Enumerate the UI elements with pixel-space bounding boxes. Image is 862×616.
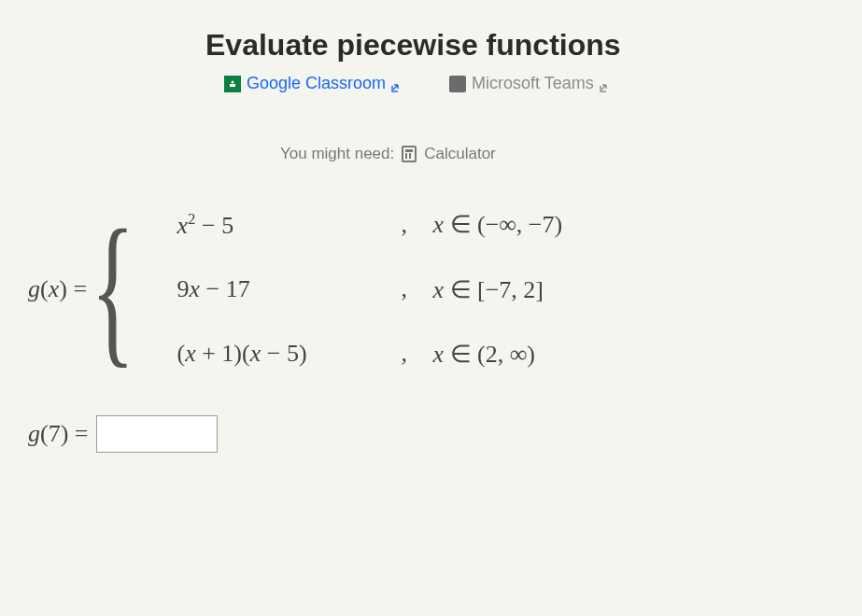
- curly-brace: {: [91, 214, 135, 365]
- hint-row: You might need: Calculator: [280, 145, 843, 163]
- case-cond: x ∈ [−7, 2]: [419, 275, 562, 304]
- external-link-icon: [600, 78, 611, 90]
- case-expr: x2 − 5: [177, 210, 401, 240]
- hint-tool: Calculator: [424, 145, 496, 163]
- comma: ,: [401, 275, 419, 303]
- microsoft-teams-icon: [449, 76, 466, 92]
- external-link-icon: [391, 78, 403, 90]
- svg-rect-1: [230, 84, 235, 87]
- microsoft-teams-label: Microsoft Teams: [472, 74, 594, 93]
- hint-prefix: You might need:: [280, 145, 394, 163]
- svg-point-0: [232, 80, 234, 83]
- page-title: Evaluate piecewise functions: [205, 28, 843, 63]
- function-lhs: g(x) =: [28, 275, 91, 303]
- comma: ,: [401, 340, 419, 368]
- google-classroom-icon: [224, 76, 241, 92]
- google-classroom-label: Google Classroom: [247, 74, 386, 93]
- answer-input[interactable]: [96, 415, 218, 453]
- google-classroom-link[interactable]: Google Classroom: [224, 74, 403, 93]
- case-cond: x ∈ (−∞, −7): [419, 210, 562, 239]
- answer-row: g(7) =: [28, 415, 843, 453]
- microsoft-teams-link[interactable]: Microsoft Teams: [449, 74, 611, 93]
- answer-prompt: g(7) =: [28, 420, 89, 448]
- piecewise-function: g(x) = { x2 − 5 , x ∈ (−∞, −7) 9x − 17 ,…: [28, 210, 843, 369]
- case-expr: 9x − 17: [177, 275, 401, 303]
- case-expr: (x + 1)(x − 5): [177, 340, 401, 368]
- comma: ,: [401, 211, 419, 239]
- calculator-icon: [402, 146, 417, 162]
- share-row: Google Classroom Microsoft Teams: [224, 74, 843, 93]
- cases: x2 − 5 , x ∈ (−∞, −7) 9x − 17 , x ∈ [−7,…: [177, 210, 562, 369]
- case-cond: x ∈ (2, ∞): [419, 340, 562, 369]
